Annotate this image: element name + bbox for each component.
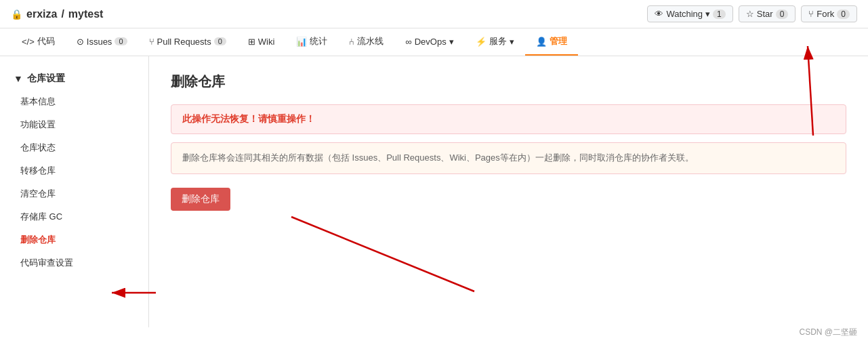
lock-icon: 🔒 <box>11 9 22 20</box>
alert-warning: 此操作无法恢复！请慎重操作！ <box>171 104 846 134</box>
content-area: 删除仓库 此操作无法恢复！请慎重操作！ 删除仓库将会连同其相关的所有数据（包括 … <box>149 56 868 327</box>
star-count: 0 <box>776 9 789 19</box>
tab-wiki-label: Wiki <box>258 37 275 47</box>
sidebar-item-clear-label: 清空仓库 <box>20 188 56 199</box>
star-label: Star <box>757 9 773 19</box>
tab-pipeline-label: 流水线 <box>357 35 384 47</box>
tab-code-label: 代码 <box>37 35 55 47</box>
tab-issues-label: Issues <box>87 37 112 47</box>
watching-label: Watching <box>666 9 703 19</box>
tab-code[interactable]: </> 代码 <box>11 28 66 56</box>
issues-badge: 0 <box>115 37 127 45</box>
tab-issues[interactable]: ⊙ Issues 0 <box>66 30 138 55</box>
watching-dropdown-icon: ▾ <box>705 9 710 19</box>
pr-icon: ⑂ <box>149 37 154 47</box>
star-icon: ☆ <box>746 9 754 19</box>
page-title: 删除仓库 <box>171 73 846 91</box>
sidebar-section-label: 仓库设置 <box>27 73 65 85</box>
tab-services[interactable]: ⚡ 服务 ▾ <box>465 28 525 56</box>
issues-icon: ⊙ <box>77 37 84 47</box>
sidebar-item-clear[interactable]: 清空仓库 <box>0 182 148 205</box>
delete-repo-button[interactable]: 删除仓库 <box>171 188 230 211</box>
tab-wiki[interactable]: ⊞ Wiki <box>237 30 286 55</box>
alert-warning-text: 此操作无法恢复！请慎重操作！ <box>182 113 315 124</box>
sidebar-item-delete-label: 删除仓库 <box>20 234 56 245</box>
fork-count: 0 <box>837 9 850 19</box>
code-icon: </> <box>22 37 35 47</box>
fork-label: Fork <box>817 9 834 19</box>
star-button[interactable]: ☆ Star 0 <box>739 5 796 22</box>
stats-icon: 📊 <box>296 37 307 47</box>
sidebar-item-status[interactable]: 仓库状态 <box>0 136 148 159</box>
tab-stats-label: 统计 <box>310 35 327 47</box>
sidebar-item-review[interactable]: 代码审查设置 <box>0 251 148 274</box>
repo-title: 🔒 erxiza / mytest <box>11 8 647 20</box>
svg-line-2 <box>291 217 474 291</box>
watermark: CSDN @二坚砸 <box>799 327 857 327</box>
sidebar-item-transfer-label: 转移仓库 <box>20 165 56 176</box>
sidebar-item-features-label: 功能设置 <box>20 119 56 129</box>
tab-manage[interactable]: 👤 管理 <box>525 28 578 56</box>
sidebar-item-transfer[interactable]: 转移仓库 <box>0 159 148 182</box>
eye-icon: 👁 <box>655 9 663 19</box>
pr-badge: 0 <box>214 37 226 45</box>
sidebar-item-review-label: 代码审查设置 <box>20 258 73 268</box>
tab-devops-label: DevOps <box>415 37 447 47</box>
fork-icon: ⑂ <box>808 9 814 19</box>
tab-manage-label: 管理 <box>550 35 567 47</box>
wiki-icon: ⊞ <box>248 37 255 47</box>
sidebar-item-features[interactable]: 功能设置 <box>0 113 148 136</box>
sidebar-item-gc-label: 存储库 GC <box>20 211 62 222</box>
header-actions: 👁 Watching ▾ 1 ☆ Star 0 ⑂ Fork 0 <box>647 5 857 22</box>
alert-info-text: 删除仓库将会连同其相关的所有数据（包括 Issues、Pull Requests… <box>182 152 694 163</box>
header: 🔒 erxiza / mytest 👁 Watching ▾ 1 ☆ Star … <box>0 0 868 28</box>
sidebar-item-delete[interactable]: 删除仓库 <box>0 228 148 251</box>
repo-separator: / <box>61 8 64 20</box>
services-dropdown-icon: ▾ <box>510 37 514 47</box>
watching-count: 1 <box>713 9 726 19</box>
tab-pr-label: Pull Requests <box>157 37 211 47</box>
devops-dropdown-icon: ▾ <box>449 37 454 47</box>
tab-pullrequests[interactable]: ⑂ Pull Requests 0 <box>138 30 237 55</box>
sidebar-item-basic[interactable]: 基本信息 <box>0 90 148 113</box>
fork-button[interactable]: ⑂ Fork 0 <box>801 5 857 22</box>
tab-devops[interactable]: ∞ DevOps ▾ <box>394 30 464 55</box>
sidebar-item-gc[interactable]: 存储库 GC <box>0 205 148 228</box>
repo-owner[interactable]: erxiza <box>26 8 57 20</box>
sidebar-section-header[interactable]: ▼ 仓库设置 <box>0 67 148 90</box>
nav-tabs: </> 代码 ⊙ Issues 0 ⑂ Pull Requests 0 ⊞ Wi… <box>0 28 868 56</box>
sidebar-item-basic-label: 基本信息 <box>20 96 56 106</box>
devops-icon: ∞ <box>405 37 411 47</box>
toggle-icon: ▼ <box>14 73 23 84</box>
pipeline-icon: ⑃ <box>349 37 354 47</box>
tab-stats[interactable]: 📊 统计 <box>285 28 338 56</box>
watching-button[interactable]: 👁 Watching ▾ 1 <box>647 5 732 22</box>
manage-icon: 👤 <box>536 37 547 47</box>
repo-name[interactable]: mytest <box>68 8 104 20</box>
sidebar: ▼ 仓库设置 基本信息 功能设置 仓库状态 转移仓库 清空仓库 存储库 GC 删… <box>0 56 149 327</box>
tab-pipeline[interactable]: ⑃ 流水线 <box>338 28 394 56</box>
tab-services-label: 服务 <box>489 35 507 47</box>
main-layout: ▼ 仓库设置 基本信息 功能设置 仓库状态 转移仓库 清空仓库 存储库 GC 删… <box>0 56 868 327</box>
services-icon: ⚡ <box>476 37 487 47</box>
alert-info: 删除仓库将会连同其相关的所有数据（包括 Issues、Pull Requests… <box>171 142 846 174</box>
sidebar-item-status-label: 仓库状态 <box>20 142 56 152</box>
